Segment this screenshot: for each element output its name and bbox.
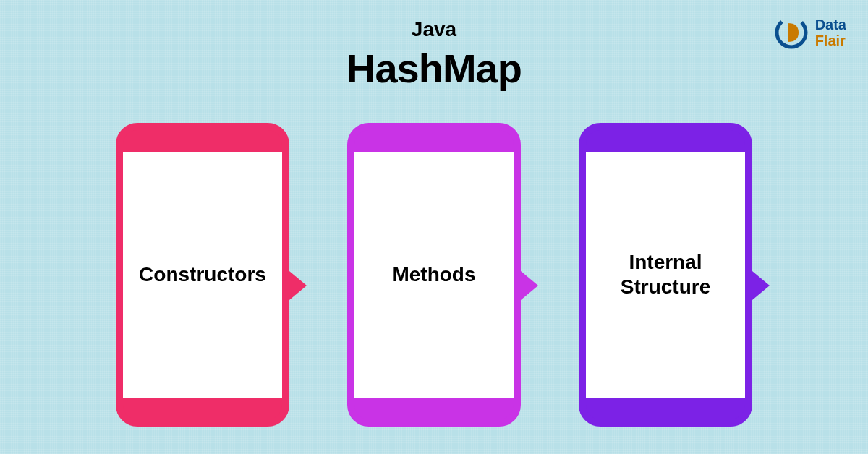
page-title: HashMap — [0, 45, 868, 92]
card-body: Internal Structure — [579, 123, 752, 427]
logo-line2: Flair — [815, 33, 846, 48]
card-constructors: Constructors — [116, 123, 289, 427]
arrow-right-icon — [752, 271, 770, 300]
cards-container: Constructors Methods Internal Structure — [0, 123, 868, 427]
card-inner: Constructors — [123, 152, 282, 398]
page-subtitle: Java — [0, 18, 868, 41]
card-top-bar — [586, 130, 745, 152]
card-bottom-bar — [123, 398, 282, 419]
card-top-bar — [123, 130, 282, 152]
logo: Data Flair — [773, 14, 846, 51]
card-body: Constructors — [116, 123, 289, 427]
title-area: Java HashMap — [0, 0, 868, 92]
logo-line1: Data — [815, 17, 846, 33]
dataflair-logo-icon — [773, 14, 809, 51]
card-inner: Internal Structure — [586, 152, 745, 398]
card-bottom-bar — [586, 398, 745, 419]
card-body: Methods — [347, 123, 521, 427]
card-bottom-bar — [354, 398, 514, 419]
card-label: Constructors — [139, 262, 266, 287]
arrow-right-icon — [289, 271, 307, 300]
card-inner: Methods — [354, 152, 514, 398]
logo-text: Data Flair — [815, 17, 846, 48]
card-internal-structure: Internal Structure — [579, 123, 752, 427]
card-methods: Methods — [347, 123, 521, 427]
card-top-bar — [354, 130, 514, 152]
arrow-right-icon — [521, 271, 538, 300]
card-label: Methods — [392, 262, 475, 287]
card-label: Internal Structure — [593, 250, 738, 299]
